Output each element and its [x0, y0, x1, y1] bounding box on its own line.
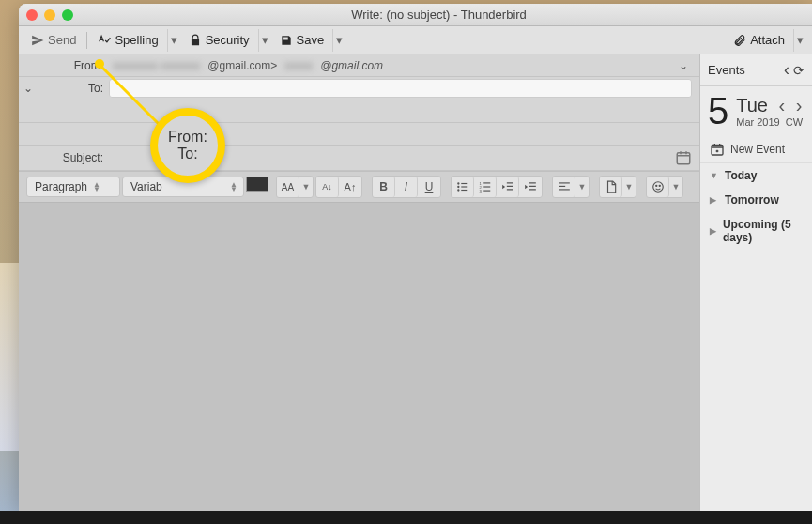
attach-label: Attach	[750, 33, 785, 47]
document-icon	[605, 180, 618, 193]
text-color-swatch[interactable]	[246, 177, 268, 192]
window-title: Write: (no subject) - Thunderbird	[73, 8, 804, 22]
color-swatches[interactable]	[246, 177, 274, 197]
magnifier-line1: From:	[168, 129, 207, 146]
from-name2-blurred: xxxxx	[281, 59, 316, 72]
disclosure-right-icon: ▶	[710, 226, 717, 236]
close-icon[interactable]	[26, 9, 38, 21]
today-label: Today	[725, 169, 757, 182]
new-event-button[interactable]: New Event	[700, 136, 812, 163]
align-button[interactable]	[553, 177, 575, 197]
prev-day-icon[interactable]: ‹	[779, 95, 786, 116]
chevron-down-icon[interactable]: ▼	[299, 177, 313, 197]
compose-pane: From: xxxxxxxx xxxxxxx @gmail.com> xxxxx…	[19, 54, 699, 511]
underline-button[interactable]: U	[418, 177, 440, 197]
from-dropdown-icon[interactable]: ⌄	[679, 59, 688, 72]
decrease-size-button[interactable]: A↓	[316, 177, 339, 197]
svg-rect-4	[461, 183, 467, 184]
magnifier-line2: To:	[177, 146, 197, 162]
security-button[interactable]: Security	[182, 30, 256, 50]
chevron-down-icon[interactable]: ▼	[622, 177, 636, 197]
align-group: ▼	[552, 176, 590, 198]
bold-button[interactable]: B	[373, 177, 395, 197]
font-size-steppers: A↓ A↑	[315, 176, 362, 198]
titlebar: Write: (no subject) - Thunderbird	[19, 4, 812, 26]
format-toolbar: Paragraph ▲▼ Variab ▲▼ AA ▼ A↓ A↑	[19, 171, 699, 203]
today-section[interactable]: ▼ Today	[700, 163, 812, 188]
sidebar-title: Events	[708, 63, 784, 77]
to-row: ⌄ To:	[19, 77, 699, 100]
message-body[interactable]	[19, 203, 699, 511]
spelling-dropdown[interactable]: ▾	[167, 29, 180, 52]
disclosure-down-icon: ▼	[710, 171, 719, 180]
subject-row: Subject:	[19, 146, 699, 171]
to-input[interactable]	[109, 79, 692, 98]
insert-group: ▼	[599, 176, 636, 198]
from-row: From: xxxxxxxx xxxxxxx @gmail.com> xxxxx…	[19, 54, 699, 77]
extra-recipient-row[interactable]	[19, 100, 699, 123]
events-sidebar: Events ‹ ⟳ 5 Tue ‹ › Mar 2019 CW	[699, 54, 812, 511]
svg-point-3	[457, 189, 459, 191]
extra-recipient-row-2[interactable]	[19, 123, 699, 146]
calendar-icon[interactable]	[675, 149, 692, 166]
magnifier-overlay: From: To:	[150, 108, 225, 183]
svg-rect-12	[483, 191, 490, 192]
send-button[interactable]: Send	[24, 30, 83, 50]
from-value[interactable]: xxxxxxxx xxxxxxx @gmail.com> xxxxx @gmai…	[109, 59, 692, 72]
emoji-button[interactable]	[647, 177, 669, 197]
date-block: 5 Tue ‹ › Mar 2019 CW	[700, 86, 812, 136]
spelling-button[interactable]: Spelling	[91, 30, 164, 50]
bullet-list-icon	[456, 180, 469, 193]
disclosure-right-icon: ▶	[710, 195, 719, 205]
align-left-icon	[558, 180, 571, 193]
from-addr1: @gmail.com>	[207, 59, 277, 72]
font-size-button[interactable]: AA	[277, 177, 299, 197]
security-dropdown[interactable]: ▾	[258, 29, 271, 52]
sidebar-header: Events ‹ ⟳	[700, 54, 812, 86]
paperclip-icon	[733, 34, 746, 47]
svg-rect-6	[461, 190, 467, 191]
outdent-button[interactable]	[497, 177, 519, 197]
security-label: Security	[206, 33, 250, 47]
save-button[interactable]: Save	[273, 30, 331, 50]
recipient-type-dropdown[interactable]: ⌄	[19, 82, 38, 95]
svg-rect-14	[559, 186, 565, 187]
chevron-down-icon[interactable]: ▼	[575, 177, 589, 197]
attach-dropdown[interactable]: ▾	[793, 29, 806, 52]
main-area: From: xxxxxxxx xxxxxxx @gmail.com> xxxxx…	[19, 54, 812, 511]
indent-button[interactable]	[519, 177, 542, 197]
bullet-list-button[interactable]	[452, 177, 474, 197]
minimize-icon[interactable]	[44, 9, 55, 21]
svg-point-16	[652, 182, 663, 193]
refresh-icon[interactable]: ⟳	[793, 63, 804, 78]
subject-label: Subject:	[19, 151, 109, 164]
new-event-icon	[710, 142, 725, 157]
upcoming-section[interactable]: ▶ Upcoming (5 days)	[700, 212, 812, 250]
increase-size-button[interactable]: A↑	[339, 177, 361, 197]
dock-strip	[0, 511, 812, 524]
svg-rect-13	[559, 182, 570, 183]
font-family-label: Variab	[130, 180, 162, 193]
svg-rect-0	[677, 153, 690, 164]
svg-rect-19	[712, 145, 723, 155]
chevron-down-icon[interactable]: ▼	[669, 177, 682, 197]
indent-icon	[524, 180, 537, 193]
italic-button[interactable]: I	[395, 177, 418, 197]
save-dropdown[interactable]: ▾	[332, 29, 345, 52]
spellcheck-icon	[98, 34, 111, 47]
next-day-icon[interactable]: ›	[796, 95, 803, 116]
zoom-icon[interactable]	[62, 9, 73, 21]
text-style-group: B I U	[372, 176, 441, 198]
from-name-blurred: xxxxxxxx xxxxxxx	[109, 59, 204, 72]
list-group: 123	[451, 176, 543, 198]
paragraph-style-select[interactable]: Paragraph ▲▼	[26, 177, 120, 197]
insert-button[interactable]	[600, 177, 622, 197]
tomorrow-section[interactable]: ▶ Tomorrow	[700, 188, 812, 212]
collapse-icon[interactable]: ‹	[784, 60, 789, 80]
stepper-icon: ▲▼	[230, 182, 237, 192]
save-label: Save	[297, 33, 325, 47]
svg-point-17	[655, 185, 656, 186]
number-list-button[interactable]: 123	[474, 177, 497, 197]
lock-icon	[189, 34, 202, 47]
attach-button[interactable]: Attach	[727, 30, 791, 50]
